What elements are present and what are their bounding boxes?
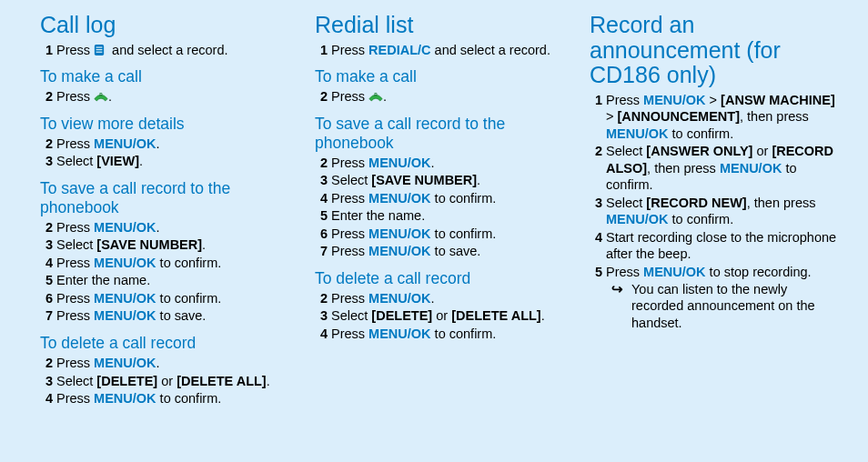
column-redial-list: Redial list 1Press REDIAL/C and select a… <box>315 13 562 462</box>
steps-intro: 1Press REDIAL/C and select a record. <box>315 42 562 59</box>
step-text: Start recording close to the microphone … <box>606 230 836 262</box>
steps: 2Press MENU/OK. 3Select [SAVE NUMBER]. 4… <box>40 219 288 325</box>
steps: 2Press MENU/OK. 3Select [DELETE] or [DEL… <box>40 355 288 407</box>
step-text: Press R. <box>56 89 112 104</box>
step-text: Select [DELETE] or [DELETE ALL]. <box>56 374 270 388</box>
step-text: Press MENU/OK to save. <box>331 244 480 258</box>
steps: 1Press MENU/OK > [ANSW MACHINE] > [ANNOU… <box>590 92 837 332</box>
heading-redial-list: Redial list <box>315 13 562 38</box>
step-text: Select [ANSWER ONLY] or [RECORD ALSO], t… <box>606 144 833 192</box>
column-record-announcement: Record an announcement (for CD186 only) … <box>590 13 837 462</box>
svg-rect-1 <box>96 46 103 47</box>
step-text: Press MENU/OK to confirm. <box>56 291 221 306</box>
step-text: Select [DELETE] or [DELETE ALL]. <box>331 308 545 323</box>
subheading: To make a call <box>40 67 288 86</box>
tip-text: You can listen to the newly recorded ann… <box>610 281 837 332</box>
step-text: Enter the name. <box>56 273 150 287</box>
step-text: Enter the name. <box>331 208 425 223</box>
step-text: Press and select a record. <box>56 43 227 57</box>
menu-icon <box>94 44 108 55</box>
step-text: Press MENU/OK to confirm. <box>56 256 221 270</box>
subheading: To delete a call record <box>40 334 288 353</box>
step-text: Press MENU/OK. <box>56 220 160 235</box>
call-icon: R <box>368 90 383 101</box>
steps: 2Press R. <box>40 88 288 105</box>
svg-text:R: R <box>374 93 378 97</box>
steps-intro: 1Press and select a record. <box>40 42 288 59</box>
step-text: Select [SAVE NUMBER]. <box>331 173 480 187</box>
step-text: Press MENU/OK to confirm. <box>331 226 496 241</box>
step-text: Press R. <box>331 89 387 104</box>
step-text: Press MENU/OK to save. <box>56 308 206 323</box>
step-text: Press MENU/OK to confirm. <box>56 391 221 406</box>
svg-text:R: R <box>99 93 103 97</box>
subheading: To save a call record to the phonebook <box>40 179 288 217</box>
svg-rect-3 <box>96 51 103 52</box>
heading-call-log: Call log <box>40 13 288 38</box>
step-text: Press MENU/OK to stop recording. <box>606 265 812 279</box>
step-text: Press MENU/OK to confirm. <box>331 326 496 341</box>
steps: 2Press MENU/OK. 3Select [VIEW]. <box>40 136 288 170</box>
steps: 2Press R. <box>315 88 562 105</box>
subheading: To make a call <box>315 67 562 86</box>
step-text: Press MENU/OK. <box>331 291 435 306</box>
step-text: Press MENU/OK to confirm. <box>331 191 496 206</box>
step-text: Press MENU/OK > [ANSW MACHINE] > [ANNOUN… <box>606 93 835 141</box>
step-text: Select [SAVE NUMBER]. <box>56 237 206 252</box>
steps: 2Press MENU/OK. 3Select [SAVE NUMBER]. 4… <box>315 155 562 260</box>
svg-rect-2 <box>96 49 103 50</box>
heading-record-announcement: Record an announcement (for CD186 only) <box>590 13 837 88</box>
steps: 2Press MENU/OK. 3Select [DELETE] or [DEL… <box>315 290 562 343</box>
subheading: To save a call record to the phonebook <box>315 115 562 153</box>
step-text: Select [VIEW]. <box>56 154 143 168</box>
step-text: Select [RECORD NEW], then press MENU/OK … <box>606 196 815 227</box>
step-text: Press MENU/OK. <box>331 156 435 170</box>
subheading: To view more details <box>40 115 288 134</box>
column-call-log: Call log 1Press and select a record. To … <box>40 13 288 462</box>
step-text: Press MENU/OK. <box>56 356 160 370</box>
step-text: Press MENU/OK. <box>56 136 160 151</box>
call-icon: R <box>94 90 108 101</box>
step-text: Press REDIAL/C and select a record. <box>331 43 550 57</box>
subheading: To delete a call record <box>315 269 562 288</box>
